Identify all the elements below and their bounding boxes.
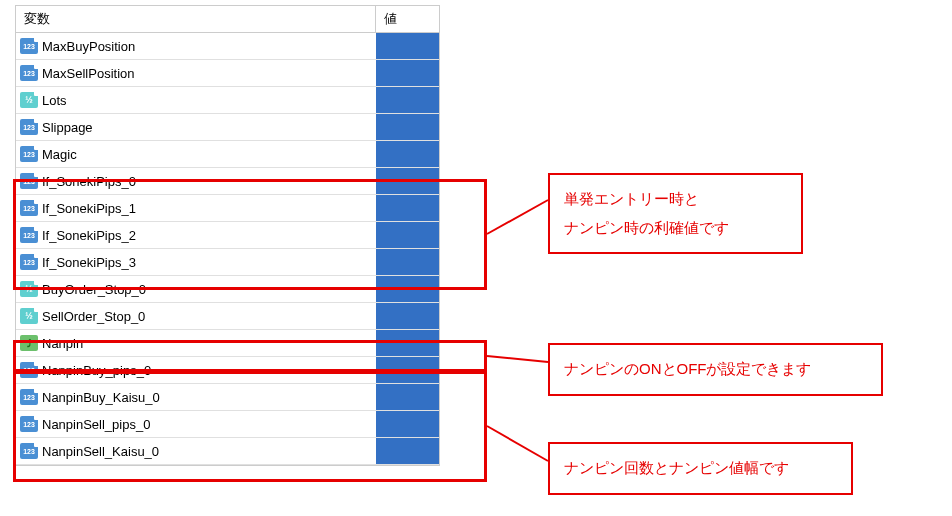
cell-value[interactable] <box>376 33 439 59</box>
table-row[interactable]: MaxBuyPosition <box>16 33 439 60</box>
integer-icon <box>20 65 38 81</box>
cell-variable: Nanpin <box>16 335 376 351</box>
integer-icon <box>20 254 38 270</box>
cell-value[interactable] <box>376 60 439 86</box>
table-row[interactable]: If_SonekiPips_3 <box>16 249 439 276</box>
cell-variable: MaxSellPosition <box>16 65 376 81</box>
fraction-icon <box>20 281 38 297</box>
variable-name: If_SonekiPips_0 <box>42 174 136 189</box>
cell-variable: Magic <box>16 146 376 162</box>
cell-value[interactable] <box>376 411 439 437</box>
cell-variable: BuyOrder_Stop_0 <box>16 281 376 297</box>
cell-value[interactable] <box>376 249 439 275</box>
integer-icon <box>20 443 38 459</box>
integer-icon <box>20 362 38 378</box>
table-row[interactable]: SellOrder_Stop_0 <box>16 303 439 330</box>
variable-name: BuyOrder_Stop_0 <box>42 282 146 297</box>
annotation-nanpin-params: ナンピン回数とナンピン値幅です <box>548 442 853 495</box>
table-row[interactable]: If_SonekiPips_0 <box>16 168 439 195</box>
cell-variable: MaxBuyPosition <box>16 38 376 54</box>
table-row[interactable]: NanpinSell_Kaisu_0 <box>16 438 439 465</box>
fraction-icon <box>20 92 38 108</box>
table-row[interactable]: Slippage <box>16 114 439 141</box>
integer-icon <box>20 38 38 54</box>
cell-value[interactable] <box>376 141 439 167</box>
cell-variable: If_SonekiPips_0 <box>16 173 376 189</box>
cell-variable: If_SonekiPips_1 <box>16 200 376 216</box>
fraction-icon <box>20 308 38 324</box>
cell-variable: Lots <box>16 92 376 108</box>
variable-name: If_SonekiPips_1 <box>42 201 136 216</box>
integer-icon <box>20 416 38 432</box>
toggle-icon <box>20 335 38 351</box>
table-row[interactable]: MaxSellPosition <box>16 60 439 87</box>
table-row[interactable]: If_SonekiPips_1 <box>16 195 439 222</box>
annotation-soneki: 単発エントリー時と ナンピン時の利確値です <box>548 173 803 254</box>
connector-1 <box>487 200 548 234</box>
table-body: MaxBuyPositionMaxSellPositionLotsSlippag… <box>16 33 439 465</box>
variable-name: If_SonekiPips_2 <box>42 228 136 243</box>
cell-variable: SellOrder_Stop_0 <box>16 308 376 324</box>
integer-icon <box>20 119 38 135</box>
integer-icon <box>20 227 38 243</box>
cell-value[interactable] <box>376 114 439 140</box>
cell-value[interactable] <box>376 168 439 194</box>
cell-variable: If_SonekiPips_3 <box>16 254 376 270</box>
variable-name: Slippage <box>42 120 93 135</box>
header-variable[interactable]: 変数 <box>16 6 376 32</box>
variable-name: SellOrder_Stop_0 <box>42 309 145 324</box>
variable-name: NanpinSell_pips_0 <box>42 417 150 432</box>
integer-icon <box>20 173 38 189</box>
annotation-nanpin-params-text: ナンピン回数とナンピン値幅です <box>564 459 789 476</box>
cell-value[interactable] <box>376 357 439 383</box>
integer-icon <box>20 146 38 162</box>
cell-value[interactable] <box>376 384 439 410</box>
table-row[interactable]: BuyOrder_Stop_0 <box>16 276 439 303</box>
parameter-table: 変数 値 MaxBuyPositionMaxSellPositionLotsSl… <box>15 5 440 466</box>
table-row[interactable]: NanpinBuy_Kaisu_0 <box>16 384 439 411</box>
cell-variable: If_SonekiPips_2 <box>16 227 376 243</box>
integer-icon <box>20 200 38 216</box>
annotation-soneki-line1: 単発エントリー時と <box>564 185 787 214</box>
variable-name: Nanpin <box>42 336 83 351</box>
annotation-soneki-line2: ナンピン時の利確値です <box>564 214 787 243</box>
cell-variable: NanpinBuy_pips_0 <box>16 362 376 378</box>
table-row[interactable]: NanpinBuy_pips_0 <box>16 357 439 384</box>
variable-name: NanpinSell_Kaisu_0 <box>42 444 159 459</box>
variable-name: If_SonekiPips_3 <box>42 255 136 270</box>
cell-value[interactable] <box>376 330 439 356</box>
variable-name: NanpinBuy_Kaisu_0 <box>42 390 160 405</box>
table-row[interactable]: Magic <box>16 141 439 168</box>
table-row[interactable]: If_SonekiPips_2 <box>16 222 439 249</box>
cell-value[interactable] <box>376 87 439 113</box>
variable-name: Magic <box>42 147 77 162</box>
annotation-nanpin: ナンピンのONとOFFが設定できます <box>548 343 883 396</box>
cell-value[interactable] <box>376 438 439 464</box>
table-row[interactable]: NanpinSell_pips_0 <box>16 411 439 438</box>
annotation-nanpin-text: ナンピンのONとOFFが設定できます <box>564 360 812 377</box>
variable-name: Lots <box>42 93 67 108</box>
table-row[interactable]: Lots <box>16 87 439 114</box>
integer-icon <box>20 389 38 405</box>
variable-name: MaxSellPosition <box>42 66 135 81</box>
cell-value[interactable] <box>376 195 439 221</box>
connector-2 <box>487 356 548 362</box>
cell-variable: NanpinBuy_Kaisu_0 <box>16 389 376 405</box>
variable-name: NanpinBuy_pips_0 <box>42 363 151 378</box>
cell-variable: Slippage <box>16 119 376 135</box>
cell-value[interactable] <box>376 303 439 329</box>
variable-name: MaxBuyPosition <box>42 39 135 54</box>
cell-value[interactable] <box>376 222 439 248</box>
cell-value[interactable] <box>376 276 439 302</box>
table-row[interactable]: Nanpin <box>16 330 439 357</box>
header-value[interactable]: 値 <box>376 6 439 32</box>
table-header: 変数 値 <box>16 6 439 33</box>
cell-variable: NanpinSell_pips_0 <box>16 416 376 432</box>
connector-3 <box>487 426 548 461</box>
cell-variable: NanpinSell_Kaisu_0 <box>16 443 376 459</box>
